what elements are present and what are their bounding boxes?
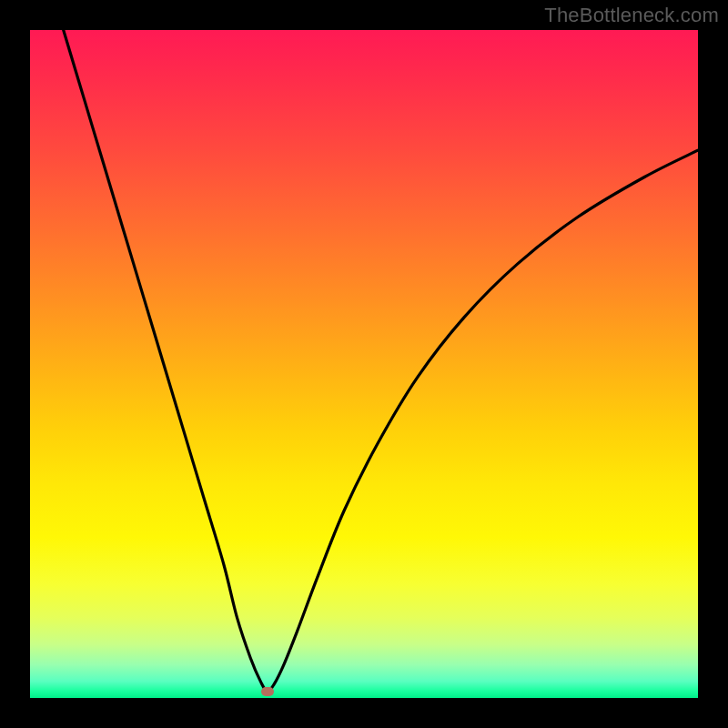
plot-area (30, 30, 698, 698)
bottleneck-curve (30, 30, 698, 698)
watermark-text: TheBottleneck.com (544, 4, 719, 27)
minimum-point-marker (261, 687, 274, 696)
curve-path (64, 30, 698, 692)
chart-frame: TheBottleneck.com (0, 0, 728, 728)
